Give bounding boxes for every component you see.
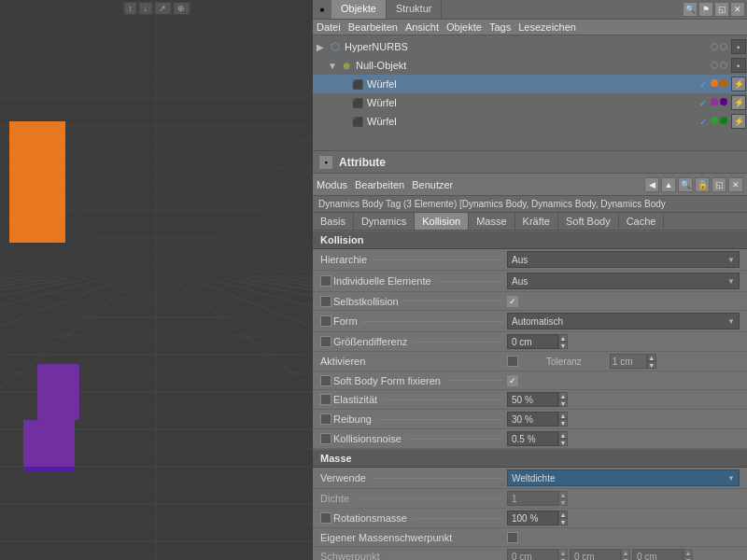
toleranz-down[interactable]: ▼ (647, 361, 656, 369)
softbody-checkbox[interactable] (320, 375, 331, 386)
checkmark-editor: ✓ (699, 117, 707, 127)
tag-btn[interactable]: ▪ (731, 39, 746, 54)
spinbox-value[interactable]: 100 % (507, 511, 558, 525)
aktivieren-checkbox[interactable] (507, 356, 518, 367)
dot-render[interactable] (720, 98, 727, 105)
menu-ansicht[interactable]: Ansicht (405, 21, 439, 33)
tab-kollision[interactable]: Kollision (415, 213, 469, 230)
dot-render[interactable] (720, 79, 727, 87)
tag-btn[interactable]: ⚡ (731, 77, 746, 91)
reibung-spinbox[interactable]: 30 % ▲ ▼ (507, 412, 568, 427)
spinbox-up[interactable]: ▲ (558, 431, 568, 439)
menu-datei[interactable]: Datei (317, 21, 341, 33)
spinbox-value[interactable]: 0 cm (507, 334, 558, 349)
tree-row[interactable]: ⬛ Würfel ✓ ⚡ (313, 93, 747, 112)
selbstkollision-value-checkbox[interactable] (507, 296, 518, 307)
menu-benutzer[interactable]: Benutzer (412, 179, 453, 190)
viewport-zoom-icon[interactable]: ↗ (154, 2, 171, 15)
elastizitat-spinbox[interactable]: 50 % ▲ ▼ (507, 392, 568, 407)
tab-cache[interactable]: Cache (619, 213, 665, 230)
tag-btn[interactable]: ⚡ (731, 95, 746, 110)
spinbox-value[interactable]: 0.5 % (507, 431, 558, 446)
menu-modus[interactable]: Modus (317, 179, 347, 190)
prop-hierarchie-value[interactable]: Aus ▼ (507, 251, 740, 268)
tab-soft-body[interactable]: Soft Body (558, 213, 619, 230)
spinbox-value[interactable]: 30 % (507, 412, 558, 427)
kollisionsnoise-spinbox[interactable]: 0.5 % ▲ ▼ (507, 431, 568, 446)
reibung-checkbox[interactable] (320, 413, 331, 425)
tab-objekte[interactable]: Objekte (331, 0, 387, 19)
menu-lesezeichen[interactable]: Lesezeichen (518, 21, 576, 33)
toleranz-value[interactable]: 1 cm (610, 354, 647, 369)
close-btn[interactable]: ✕ (728, 177, 743, 192)
groessendifferenz-spinbox[interactable]: 0 cm ▲ ▼ (507, 334, 568, 349)
groessendifferenz-checkbox[interactable] (320, 336, 331, 347)
form-checkbox[interactable] (320, 315, 331, 327)
spinbox-down[interactable]: ▼ (558, 419, 568, 427)
dot-render[interactable] (720, 43, 727, 50)
expand-icon[interactable]: ◱ (714, 2, 729, 17)
viewport-down-icon[interactable]: ↓ (139, 2, 153, 15)
prop-individuelle-value[interactable]: Aus ▼ (507, 273, 740, 289)
prop-verwende-value[interactable]: Weltdichte ▼ (507, 469, 740, 486)
dot-editor[interactable] (711, 98, 718, 105)
kollisionsnoise-checkbox[interactable] (320, 433, 331, 444)
tab-kraefte[interactable]: Kräfte (515, 213, 558, 230)
spinbox-up[interactable]: ▲ (558, 412, 568, 419)
elastizitat-checkbox[interactable] (320, 394, 331, 405)
rotationsmasse-spinbox[interactable]: 100 % ▲ ▼ (507, 511, 568, 525)
menu-bearbeiten[interactable]: Bearbeiten (348, 21, 398, 33)
prop-form-value[interactable]: Automatisch ▼ (507, 313, 740, 329)
tree-row[interactable]: ⬛ Würfel ✓ ⚡ (313, 75, 747, 93)
tag-btn[interactable]: ▪ (731, 58, 746, 73)
spinbox-down[interactable]: ▼ (558, 518, 568, 525)
spinbox-value[interactable]: 50 % (507, 392, 558, 407)
menu-bearbeiten[interactable]: Bearbeiten (355, 179, 404, 190)
close-icon[interactable]: ✕ (730, 2, 745, 17)
viewport-rotate-icon[interactable]: ⊕ (173, 2, 190, 15)
eigener-checkbox[interactable] (507, 532, 518, 543)
menu-tags[interactable]: Tags (489, 21, 511, 33)
spinbox-down[interactable]: ▼ (558, 342, 568, 349)
tab-dynamics[interactable]: Dynamics (354, 213, 415, 230)
individuelle-checkbox[interactable] (320, 275, 331, 287)
tab-basis[interactable]: Basis (313, 213, 354, 230)
spinbox-up[interactable]: ▲ (558, 392, 568, 399)
bookmark-icon[interactable]: ⚑ (698, 2, 713, 17)
nav-prev-arrow[interactable]: ◀ (644, 177, 659, 192)
nav-next-arrow[interactable]: ▲ (661, 177, 676, 192)
tree-row[interactable]: ⬛ Würfel ✓ ⚡ (313, 112, 747, 131)
toleranz-up[interactable]: ▲ (647, 354, 656, 361)
menu-objekte[interactable]: Objekte (446, 21, 482, 33)
individuelle-dropdown[interactable]: Aus ▼ (507, 273, 740, 289)
softbody-value-checkbox[interactable] (507, 375, 518, 386)
viewport-move-icon[interactable]: ↕ (123, 2, 137, 15)
dot-render[interactable] (720, 62, 727, 69)
tab-struktur[interactable]: Struktur (387, 0, 443, 19)
expand-btn[interactable]: ◱ (712, 177, 726, 192)
tree-row[interactable]: ▼ ⊕ Null-Objekt ▪ (313, 56, 747, 75)
hypernurbs-icon: ⬡ (328, 39, 343, 54)
spinbox-down[interactable]: ▼ (558, 399, 568, 407)
spinbox-up[interactable]: ▲ (558, 511, 568, 518)
verwende-dropdown[interactable]: Weltdichte ▼ (507, 469, 740, 486)
lock-btn[interactable]: 🔒 (695, 177, 710, 192)
dot-editor[interactable] (711, 79, 718, 87)
section-kollision-header: Kollision (313, 231, 747, 249)
form-dropdown[interactable]: Automatisch ▼ (507, 313, 740, 329)
dot-editor[interactable] (711, 117, 718, 124)
spinbox-down[interactable]: ▼ (558, 439, 568, 446)
rotationsmasse-checkbox[interactable] (320, 512, 331, 524)
dot-render[interactable] (720, 117, 727, 124)
dot-editor[interactable] (711, 43, 718, 50)
tree-row[interactable]: ▶ ⬡ HyperNURBS ▪ (313, 37, 747, 56)
hierarchie-dropdown[interactable]: Aus ▼ (507, 251, 740, 268)
tab-masse[interactable]: Masse (469, 213, 514, 230)
spinbox-up[interactable]: ▲ (558, 334, 568, 342)
selbstkollision-checkbox[interactable] (320, 296, 331, 307)
search-btn[interactable]: 🔍 (678, 177, 693, 192)
search-icon[interactable]: 🔍 (683, 2, 698, 17)
tag-btn[interactable]: ⚡ (731, 114, 746, 129)
dot-editor[interactable] (711, 62, 718, 69)
aktivieren-right: Toleranz 1 cm ▲ ▼ (507, 354, 740, 369)
